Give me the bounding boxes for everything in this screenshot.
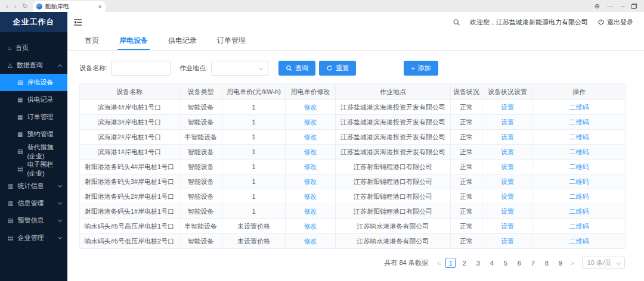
sidebar-item-statistics-info[interactable]: ▥统计信息 [0,177,67,195]
modify-link[interactable]: 修改 [304,178,317,185]
sidebar-item-alternative-measures[interactable]: ▤替代措施(企业) [0,143,67,160]
modify-link[interactable]: 修改 [304,163,317,170]
page-9[interactable]: 9 [555,258,565,268]
modify-link[interactable]: 修改 [304,238,317,245]
sidebar-item-power-supply-records[interactable]: ▦供电记录 [0,91,67,108]
prev-page-icon[interactable]: < [434,260,444,267]
modify-link[interactable]: 修改 [304,223,317,230]
sidebar-item-enterprise-management[interactable]: ▤企业管理 [0,229,67,246]
modify-link[interactable]: 修改 [304,148,317,155]
qrcode-link[interactable]: 二维码 [569,163,589,170]
qrcode-link[interactable]: 二维码 [569,193,589,200]
sidebar-item-shore-power-devices[interactable]: ▤岸电设备 [0,74,67,91]
qrcode-link[interactable]: 二维码 [569,104,589,111]
page-7[interactable]: 7 [528,258,538,268]
page-5[interactable]: 5 [500,258,510,268]
setting-link[interactable]: 设置 [501,193,514,200]
setting-link[interactable]: 设置 [501,148,514,155]
sidebar-item-warning-info[interactable]: ▤预警信息 [0,212,67,229]
logout-button[interactable]: 退出登录 [597,18,633,27]
collapse-sidebar-icon[interactable] [73,18,82,26]
qrcode-link-cell: 二维码 [533,145,626,160]
close-tab-icon[interactable]: × [98,3,101,10]
setting-link[interactable]: 设置 [501,178,514,185]
globe-icon[interactable]: ⊕ [595,2,600,10]
refresh-icon[interactable]: ↻ [22,2,27,10]
unit-price: 1 [222,145,286,160]
modify-link[interactable]: 修改 [304,104,317,111]
add-button[interactable]: + 添加 [404,61,438,76]
setting-link[interactable]: 设置 [501,238,514,245]
modify-link[interactable]: 修改 [304,133,317,140]
sidebar-item-label: 预约管理 [27,130,53,139]
search-button[interactable]: 查询 [278,61,315,76]
sidebar-item-home[interactable]: ⌂首页 [0,39,67,57]
device-status: 正常 [451,100,482,115]
sidebar-item-reservation-management[interactable]: ▦预约管理 [0,126,67,143]
sidebar-item-label: 企业管理 [17,233,44,242]
sidebar-item-electronic-fence[interactable]: ▤电子围栏(企业) [0,160,67,177]
qrcode-link[interactable]: 二维码 [569,223,589,230]
page-1[interactable]: 1 [445,258,456,268]
sidebar-item-order-management[interactable]: ▦订单管理 [0,108,67,126]
sidebar-item-label: 电子围栏(企业) [27,160,61,178]
work-location: 江苏响水港港务有限公司 [336,219,451,234]
add-button-label: 添加 [418,64,431,73]
qrcode-link[interactable]: 二维码 [569,208,589,215]
unit-price: 1 [222,174,286,189]
device-name-input[interactable] [111,61,171,76]
page-3[interactable]: 3 [473,258,483,268]
modify-link[interactable]: 修改 [304,118,317,126]
setting-link[interactable]: 设置 [501,133,514,140]
work-location: 江苏盐城港滨海港投资开发有限公司 [336,115,451,130]
tab-0[interactable]: 首页 [83,32,101,50]
page-size-select[interactable]: 10 条/页 [582,257,625,269]
setting-link[interactable]: 设置 [501,163,514,170]
setting-link[interactable]: 设置 [501,104,514,111]
setting-link[interactable]: 设置 [501,208,514,215]
qrcode-link[interactable]: 二维码 [569,148,589,155]
next-page-icon[interactable]: > [567,260,577,267]
tab-1[interactable]: 岸电设备 [117,32,150,50]
table-row: 滨海港2#岸电桩1号口半智能设备1修改江苏盐城港滨海港投资开发有限公司正常设置二… [80,130,626,145]
browser-tab[interactable]: 船舶岸电 × [33,1,106,12]
page-2[interactable]: 2 [459,258,469,268]
qrcode-link[interactable]: 二维码 [569,118,589,126]
logout-label: 退出登录 [607,18,633,27]
setting-link[interactable]: 设置 [501,118,514,126]
sidebar-item-info-management[interactable]: ▥信息管理 [0,195,67,212]
device-type: 半智能设备 [179,130,222,145]
tab-3[interactable]: 订单管理 [215,32,247,50]
modify-link[interactable]: 修改 [304,208,317,215]
setting-link[interactable]: 设置 [501,223,514,230]
qrcode-link-cell: 二维码 [533,234,626,249]
setting-link-cell: 设置 [482,145,533,160]
sidebar-menu: ⌂首页△数据查询▤岸电设备▦供电记录▦订单管理▦预约管理▤替代措施(企业)▤电子… [0,32,67,246]
device-status: 正常 [451,204,482,219]
sidebar-item-label: 首页 [16,43,29,52]
page-4[interactable]: 4 [487,258,497,268]
table-row: 响水码头#5号高压岸电桩1号口半智能设备未设置价格修改江苏响水港港务有限公司正常… [80,219,626,234]
setting-link-cell: 设置 [482,100,533,115]
reset-button[interactable]: 重置 [319,61,356,76]
tab-2[interactable]: 供电记录 [166,32,199,50]
work-location: 江苏盐城港滨海港投资开发有限公司 [336,100,451,115]
qrcode-link[interactable]: 二维码 [569,178,589,185]
unit-price: 1 [222,100,286,115]
table-header-row: 设备名称设备类型用电单价(元/kW-h)用电单价修改作业地点设备状况设备状况设置… [80,84,626,100]
back-icon[interactable]: ‹ [6,2,8,10]
forward-icon[interactable]: › [14,2,17,10]
document-icon: ▤ [8,217,13,224]
sidebar-item-data-query[interactable]: △数据查询 [0,57,67,74]
qrcode-link[interactable]: 二维码 [569,133,589,140]
restore-window-icon[interactable] [631,4,637,9]
search-icon[interactable] [453,18,460,26]
page-8[interactable]: 8 [541,258,552,268]
page-6[interactable]: 6 [514,258,524,268]
qrcode-link[interactable]: 二维码 [569,238,589,245]
more-menu-icon[interactable]: ⋯ [607,2,614,10]
location-select[interactable] [211,61,268,76]
minimize-icon[interactable]: – [621,2,624,10]
modify-link[interactable]: 修改 [304,193,317,200]
table-row: 射阳港港务码头2#岸电桩1号口智能设备1修改江苏射阳锦程港口有限公司正常设置二维… [80,189,626,204]
